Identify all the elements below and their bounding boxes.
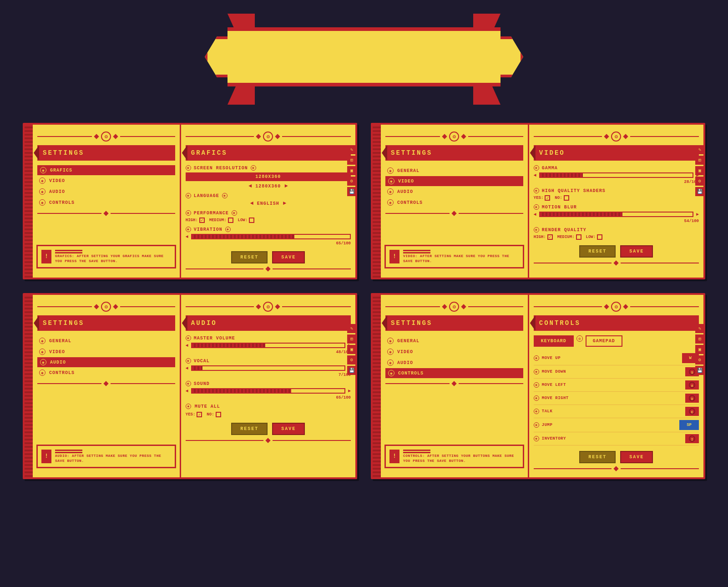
menu-item-controls[interactable]: ◉ CONTROLS [37, 367, 175, 378]
right-icon-save[interactable]: 💾 [347, 366, 356, 375]
reset-button[interactable]: RESET [579, 451, 616, 463]
mute-yes-checkbox[interactable] [197, 412, 202, 417]
save-button[interactable]: SAVE [272, 251, 305, 263]
right-icon-pencil[interactable]: ✎ [347, 324, 356, 333]
render-medium-checkbox[interactable] [576, 234, 581, 240]
menu-item-audio[interactable]: ◉ AUDIO [37, 357, 175, 367]
control-key-move-right[interactable]: D [685, 394, 699, 403]
right-icon-gear[interactable]: ⚙ [347, 355, 356, 364]
gamma-bar[interactable] [539, 172, 693, 178]
right-icon-gear[interactable]: ⚙ [695, 355, 704, 364]
right-icon-pencil[interactable]: ✎ [695, 145, 704, 154]
menu-item-audio[interactable]: ◉ AUDIO [385, 357, 523, 368]
render-low-checkbox[interactable] [597, 234, 602, 240]
menu-item-audio[interactable]: ◉ AUDIO [37, 186, 175, 197]
render-low-cb[interactable]: LOW: [586, 234, 603, 240]
right-icon-pencil[interactable]: ✎ [347, 145, 356, 154]
right-icon-grid[interactable]: ⊞ [695, 156, 704, 165]
save-button[interactable]: SAVE [620, 245, 653, 258]
right-icon-pencil[interactable]: ✎ [695, 324, 704, 333]
shaders-icon: ◉ [534, 188, 539, 193]
menu-item-general[interactable]: ◉ GENERAL [385, 165, 523, 176]
mv-arrow-left[interactable]: ◄ [186, 343, 188, 348]
right-icon-image[interactable]: ▣ [695, 345, 704, 354]
mb-arrow-left[interactable]: ◄ [534, 212, 536, 217]
medium-checkbox[interactable] [228, 218, 233, 223]
mute-no-checkbox[interactable] [216, 412, 221, 417]
page-decor: ⚙ [385, 132, 523, 142]
menu-item-general[interactable]: ◉ GENERAL [385, 335, 523, 346]
mute-yes-cb[interactable]: YES: [186, 412, 202, 417]
high-checkbox[interactable] [199, 218, 205, 223]
right-icon-save[interactable]: 💾 [347, 187, 356, 196]
res-arrow-left[interactable]: ◄ [248, 183, 252, 189]
right-icons: ✎ ⊞ ▣ ⚙ 💾 [347, 145, 356, 196]
res-arrow-right[interactable]: ► [284, 183, 288, 189]
right-icon-save[interactable]: 💾 [695, 187, 704, 196]
save-button[interactable]: SAVE [620, 451, 653, 463]
right-icon-gear[interactable]: ⚙ [695, 177, 704, 186]
shaders-no-checkbox[interactable] [564, 195, 569, 201]
vib-arrow-left[interactable]: ◄ [186, 234, 188, 239]
menu-item-controls[interactable]: ◉ CONTROLS [385, 197, 523, 208]
sound-arrow-left[interactable]: ◄ [186, 389, 188, 394]
control-key-move-left[interactable]: A [685, 380, 699, 390]
control-action-label: ◉ MOVE LEFT [534, 382, 566, 388]
reset-button[interactable]: RESET [579, 245, 616, 258]
mb-bar[interactable] [539, 212, 693, 217]
gamma-row: ◉ GAMMA ◄ ► 28/100 [534, 165, 699, 184]
vib-bar[interactable] [191, 234, 351, 239]
right-icon-gear[interactable]: ⚙ [347, 177, 356, 186]
sound-bar[interactable] [191, 388, 345, 394]
menu-item-audio[interactable]: ◉ AUDIO [385, 186, 523, 197]
right-icon-grid[interactable]: ⊞ [347, 156, 356, 165]
shaders-yes-cb[interactable]: YES: [534, 195, 551, 201]
right-icon-image[interactable]: ▣ [695, 166, 704, 175]
right-icon-grid[interactable]: ⊞ [347, 334, 356, 344]
medium-cb[interactable]: MEDIUM: [209, 218, 233, 223]
menu-item-general[interactable]: ◉ GENERAL [37, 335, 175, 346]
menu-item-video[interactable]: ◉ VIDEO [37, 346, 175, 357]
menu-item-video[interactable]: ◉ VIDEO [385, 176, 523, 186]
right-icon-save[interactable]: 💾 [695, 366, 704, 375]
right-icon-image[interactable]: ▣ [347, 166, 356, 175]
gamma-arrow-left[interactable]: ◄ [534, 173, 536, 178]
mute-no-cb[interactable]: NO: [207, 412, 221, 417]
mv-bar[interactable] [191, 343, 345, 348]
vibration-slider: ◉ VIBRATION ◉ ◄ 65/100 [186, 227, 351, 246]
low-checkbox[interactable] [249, 218, 254, 223]
screen-res-input[interactable]: 1280X360 [186, 172, 351, 181]
tab-keyboard[interactable]: KEYBOARD [534, 335, 574, 347]
menu-item-controls[interactable]: ◉ CONTROLS [385, 368, 523, 378]
lang-arrow-right[interactable]: ► [283, 200, 286, 207]
right-icon-grid[interactable]: ⊞ [695, 334, 704, 344]
control-key-inventory[interactable]: I [685, 434, 699, 443]
control-key-jump[interactable]: SP [679, 420, 699, 430]
render-high-checkbox[interactable] [547, 234, 553, 240]
vocal-bar[interactable] [191, 365, 345, 371]
reset-button[interactable]: RESET [231, 251, 268, 263]
render-medium-cb[interactable]: MEDIUM: [557, 234, 581, 240]
menu-label: AUDIO [397, 360, 413, 365]
high-cb[interactable]: HIGH: [186, 218, 205, 223]
control-key-talk[interactable]: E [685, 407, 699, 416]
menu-item-grafics[interactable]: ◉ GRAFICS [37, 165, 175, 175]
control-action-label: ◉ JUMP [534, 422, 553, 428]
low-cb[interactable]: LOW: [238, 218, 255, 223]
reset-button[interactable]: RESET [231, 423, 268, 435]
sound-arrow-right[interactable]: ► [348, 389, 351, 394]
shaders-no-cb[interactable]: NO: [555, 195, 569, 201]
menu-item-controls[interactable]: ◉ CONTROLS [37, 197, 175, 208]
render-high-cb[interactable]: HIGH: [534, 234, 553, 240]
menu-item-video[interactable]: ◉ VIDEO [37, 175, 175, 186]
lang-arrow-left[interactable]: ◄ [250, 200, 253, 207]
mb-arrow-right[interactable]: ► [696, 212, 699, 217]
action-icon: ◉ [534, 355, 539, 361]
vocal-arrow-left[interactable]: ◄ [186, 366, 188, 371]
sound-label: ◉ SOUND [186, 381, 351, 386]
right-icon-image[interactable]: ▣ [347, 345, 356, 354]
save-button[interactable]: SAVE [272, 423, 305, 435]
tab-gamepad[interactable]: GAMEPAD [586, 335, 622, 347]
shaders-yes-checkbox[interactable] [545, 195, 550, 201]
menu-item-video[interactable]: ◉ VIDEO [385, 346, 523, 357]
